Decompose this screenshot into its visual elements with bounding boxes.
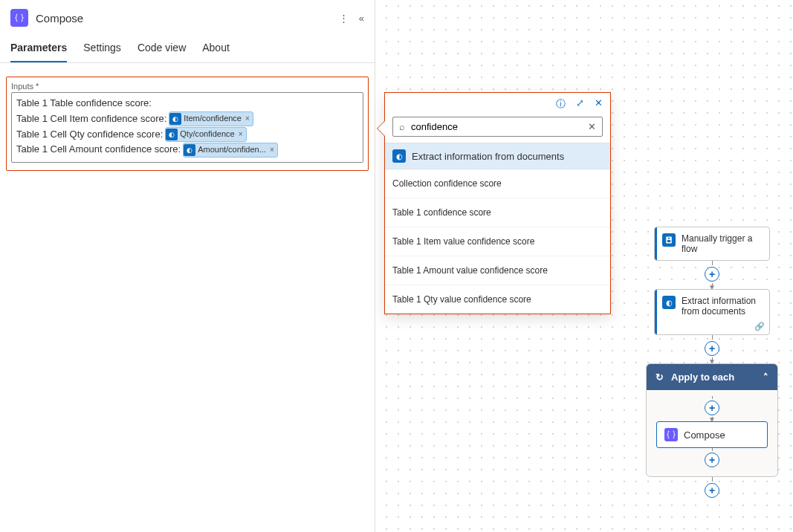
compose-label: Compose xyxy=(684,429,725,441)
popup-section-header: ◐ Extract information from documents xyxy=(385,143,610,169)
compose-icon xyxy=(10,9,28,27)
clear-search-icon[interactable]: ✕ xyxy=(588,121,596,132)
loop-icon: ↻ xyxy=(656,372,664,383)
dynamic-token[interactable]: ◐ Qty/confidence × xyxy=(165,127,246,142)
search-icon: ⌕ xyxy=(399,121,405,132)
dynamic-token[interactable]: ◐ Item/confidence × xyxy=(169,111,253,126)
inputs-field-highlight: Inputs * Table 1 Table confidence score:… xyxy=(6,77,369,171)
add-step-button[interactable]: + xyxy=(705,452,719,467)
compose-icon xyxy=(664,428,678,441)
add-step-button[interactable]: + xyxy=(705,400,719,415)
add-step-button[interactable]: + xyxy=(705,267,719,282)
popup-section-title: Extract information from documents xyxy=(412,151,564,162)
dynamic-token[interactable]: ◐ Amount/confiden... × xyxy=(183,143,278,158)
extract-documents-icon: ◐ xyxy=(392,149,406,163)
dynamic-content-item[interactable]: Collection confidence score xyxy=(385,169,610,198)
input-row: Table 1 Cell Amount confidence score: ◐ … xyxy=(16,142,358,158)
extract-label: Extract information from documents xyxy=(682,296,762,317)
token-label: Item/confidence xyxy=(184,112,242,126)
more-icon[interactable]: ⋮ xyxy=(339,13,349,24)
trigger-icon xyxy=(662,233,676,247)
collapse-icon[interactable]: « xyxy=(359,13,364,24)
input-row: Table 1 Cell Item confidence score: ◐ It… xyxy=(16,111,358,127)
tab-settings[interactable]: Settings xyxy=(83,42,121,62)
popup-arrow xyxy=(378,121,385,136)
dynamic-content-item[interactable]: Table 1 Qty value confidence score xyxy=(385,285,610,314)
add-step-button[interactable]: + xyxy=(705,483,719,498)
token-remove-icon[interactable]: × xyxy=(244,113,250,125)
token-label: Qty/confidence xyxy=(180,128,234,141)
connector: + xyxy=(705,477,719,499)
input-row: Table 1 Table confidence score: xyxy=(16,96,358,111)
chevron-up-icon[interactable]: ˄ xyxy=(763,372,768,383)
dynamic-search[interactable]: ⌕ ✕ xyxy=(392,117,603,137)
token-icon: ◐ xyxy=(169,113,181,125)
panel-title: Compose xyxy=(36,12,339,25)
inputs-label: Inputs * xyxy=(11,82,363,91)
trigger-label: Manually trigger a flow xyxy=(682,233,762,254)
token-label: Amount/confiden... xyxy=(198,143,266,157)
extract-node[interactable]: ◐ Extract information from documents 🔗 xyxy=(654,289,770,335)
token-remove-icon[interactable]: × xyxy=(237,129,243,140)
token-icon: ◐ xyxy=(166,129,178,140)
panel-header: Compose ⋮ « xyxy=(0,0,375,33)
svg-point-1 xyxy=(668,238,670,239)
dynamic-content-item[interactable]: Table 1 confidence score xyxy=(385,198,610,227)
token-icon: ◐ xyxy=(184,144,195,156)
info-icon[interactable]: ⓘ xyxy=(556,97,566,111)
input-text: Table 1 Cell Qty confidence score: xyxy=(16,127,163,143)
svg-rect-2 xyxy=(667,240,671,242)
apply-to-each-container[interactable]: ↻ Apply to each ˄ + ▼ Compose + xyxy=(646,363,778,477)
flow-diagram: Manually trigger a flow + ▼ ◐ Extract in… xyxy=(653,227,771,499)
inputs-textarea[interactable]: Table 1 Table confidence score: Table 1 … xyxy=(11,92,363,163)
input-text: Table 1 Table confidence score: xyxy=(16,96,152,111)
extract-documents-icon: ◐ xyxy=(662,296,676,309)
close-icon[interactable]: ✕ xyxy=(595,97,603,111)
apply-to-each-header[interactable]: ↻ Apply to each ˄ xyxy=(647,364,777,390)
apply-to-each-label: Apply to each xyxy=(671,372,734,383)
compose-node[interactable]: Compose xyxy=(656,421,768,448)
trigger-node[interactable]: Manually trigger a flow xyxy=(654,227,770,261)
dynamic-content-item[interactable]: Table 1 Item value confidence score xyxy=(385,227,610,256)
add-step-button[interactable]: + xyxy=(705,341,719,356)
input-text: Table 1 Cell Amount confidence score: xyxy=(16,142,181,158)
expand-icon[interactable]: ⤢ xyxy=(576,97,584,111)
compose-properties-panel: Compose ⋮ « Parameters Settings Code vie… xyxy=(0,0,375,532)
tab-parameters[interactable]: Parameters xyxy=(10,42,67,62)
search-input[interactable] xyxy=(410,120,583,133)
tab-code-view[interactable]: Code view xyxy=(137,42,186,62)
input-row: Table 1 Cell Qty confidence score: ◐ Qty… xyxy=(16,127,358,143)
tab-about[interactable]: About xyxy=(202,42,230,62)
input-text: Table 1 Cell Item confidence score: xyxy=(16,111,166,127)
panel-tabs: Parameters Settings Code view About xyxy=(0,33,375,63)
dynamic-content-item[interactable]: Table 1 Amount value confidence score xyxy=(385,256,610,285)
connector: + ▼ xyxy=(705,396,719,421)
link-icon: 🔗 xyxy=(754,322,765,331)
connector: + ▼ xyxy=(705,261,719,289)
dynamic-content-popup: ⓘ ⤢ ✕ ⌕ ✕ ◐ Extract information from doc… xyxy=(384,92,611,314)
connector: + xyxy=(705,448,719,469)
connector: + ▼ xyxy=(705,335,719,363)
token-remove-icon[interactable]: × xyxy=(268,144,274,156)
